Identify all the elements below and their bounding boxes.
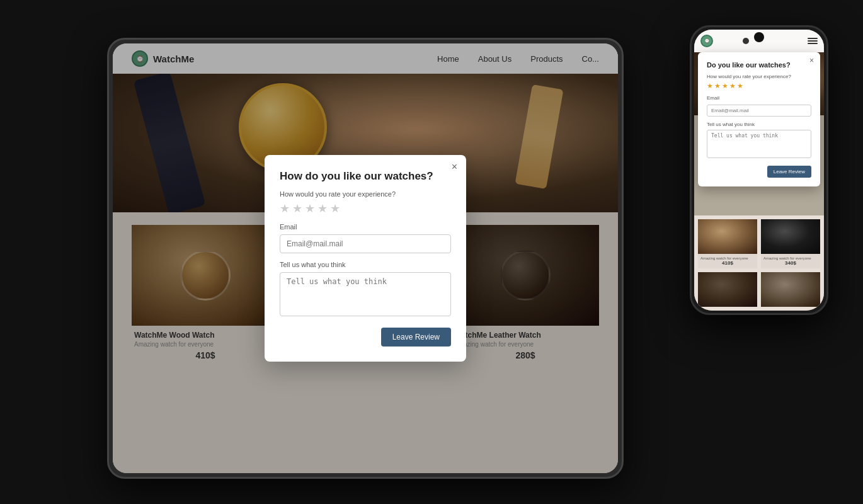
phone-product-4 xyxy=(761,272,820,307)
hamburger-menu[interactable] xyxy=(808,38,818,44)
phone-logo-icon: ⌚ xyxy=(700,35,713,47)
phone-star-1[interactable]: ★ xyxy=(707,82,713,90)
phone-rating-label: How would you rate your experience? xyxy=(707,74,811,79)
phone-star-4[interactable]: ★ xyxy=(729,82,736,90)
phone-modal-close[interactable]: × xyxy=(809,56,814,65)
hamburger-line-2 xyxy=(808,40,818,42)
phone-product-price-1: 410$ xyxy=(700,260,755,266)
phone-product-price-2: 340$ xyxy=(763,260,818,266)
email-input[interactable] xyxy=(280,234,451,253)
phone-notch xyxy=(754,32,764,42)
review-modal: × How do you like our watches? How would… xyxy=(265,155,466,362)
phone-product-info-1: Amazing watch for everyone 410$ xyxy=(698,254,757,268)
phone-email-input[interactable] xyxy=(707,105,811,117)
phone-star-rating[interactable]: ★ ★ ★ ★ ★ xyxy=(707,82,811,90)
tablet-website: ⌚ WatchMe Home About Us Products Co... xyxy=(113,43,618,473)
phone-feedback-label: Tell us what you think xyxy=(707,122,811,127)
phone-star-3[interactable]: ★ xyxy=(722,82,728,90)
phone-screen: ⌚ × Do you like our watches? How would y… xyxy=(694,30,824,311)
phone-submit-button[interactable]: Leave Review xyxy=(767,166,811,178)
phone-modal-title: Do you like our watches? xyxy=(707,61,811,69)
phone-feedback-textarea[interactable] xyxy=(707,130,811,158)
hamburger-line-3 xyxy=(808,43,818,44)
submit-review-button[interactable]: Leave Review xyxy=(381,328,451,346)
phone-product-3 xyxy=(698,272,757,307)
phone-products-area: Amazing watch for everyone 410$ Amazing … xyxy=(694,215,824,311)
phone-product-info-2: Amazing watch for everyone 340$ xyxy=(761,254,820,268)
phone-product-1: Amazing watch for everyone 410$ xyxy=(698,219,757,268)
modal-overlay: × How do you like our watches? How would… xyxy=(113,43,618,473)
star-3[interactable]: ★ xyxy=(305,202,315,215)
tablet-device: ⌚ WatchMe Home About Us Products Co... xyxy=(107,38,624,479)
phone-star-5[interactable]: ★ xyxy=(737,82,743,90)
star-4[interactable]: ★ xyxy=(317,202,328,215)
hamburger-line-1 xyxy=(808,38,818,39)
feedback-textarea[interactable] xyxy=(280,272,451,316)
phone-product-img-2 xyxy=(761,219,820,254)
phone-product-img-3 xyxy=(698,272,757,307)
modal-title: How do you like our watches? xyxy=(280,170,451,183)
phone-product-img-4 xyxy=(761,272,820,307)
phone-product-2: Amazing watch for everyone 340$ xyxy=(761,219,820,268)
modal-close-button[interactable]: × xyxy=(452,161,457,173)
phone-camera xyxy=(743,38,749,44)
phone-email-label: Email xyxy=(707,95,811,101)
star-5[interactable]: ★ xyxy=(330,202,340,215)
modal-rating-label: How would you rate your experience? xyxy=(280,190,451,198)
phone-product-img-1 xyxy=(698,219,757,254)
star-rating[interactable]: ★ ★ ★ ★ ★ xyxy=(280,202,451,215)
phone-star-2[interactable]: ★ xyxy=(714,82,721,90)
email-label: Email xyxy=(280,223,451,231)
feedback-label: Tell us what you think xyxy=(280,261,451,268)
star-1[interactable]: ★ xyxy=(280,202,290,215)
star-2[interactable]: ★ xyxy=(292,202,302,215)
phone-device: ⌚ × Do you like our watches? How would y… xyxy=(690,25,828,315)
phone-review-modal: × Do you like our watches? How would you… xyxy=(698,52,820,186)
